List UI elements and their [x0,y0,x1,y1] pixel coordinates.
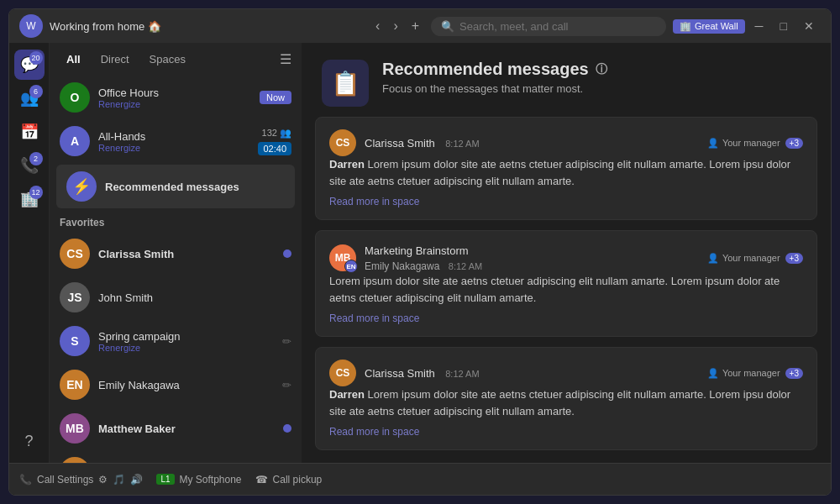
members-badge: 132 👥 [262,128,291,139]
avatar: CS [329,360,356,386]
chat-sub: Renergize [98,143,249,153]
rec-subtitle: Focus on the messages that matter most. [382,82,607,95]
add-tab-button[interactable]: + [407,17,424,35]
chat-name: Clarissa Smith [98,248,275,260]
sidebar-item-calendar[interactable]: 📅 [14,117,45,147]
avatar: CS [60,239,90,269]
message-bold: Darren [329,158,365,171]
workspace-icon: 🏢 [680,21,691,32]
sidebar-item-teams[interactable]: 👥 6 [14,83,45,113]
channel-name: Marketing Brainstorm [365,244,469,257]
read-more-link[interactable]: Read more in space [329,312,803,324]
chat-info: Clarissa Smith [98,248,275,260]
list-item[interactable]: MB Matthew Baker [50,407,302,450]
sub-avatar: EN [344,260,358,273]
plus-badge: +3 [785,368,803,379]
messages-list: CS Clarissa Smith 8:12 AM 👤 Your manager… [302,117,831,463]
icon-sidebar: 💬 20 👥 6 📅 📞 2 🏢 12 ? [9,43,50,463]
avatar: KS [60,457,90,463]
minimize-button[interactable]: ─ [748,18,770,34]
main-content: 💬 20 👥 6 📅 📞 2 🏢 12 ? [9,43,831,463]
message-card: CS Clarissa Smith 8:12 AM 👤 Your manager… [315,117,817,220]
chat-sidebar-header: All Direct Spaces ☰ [50,43,302,76]
list-item[interactable]: KS Kristin Stone 🔔 [50,450,302,463]
favorites-label: Favorites [50,210,302,232]
search-input[interactable] [459,20,656,33]
calendar-icon: 📅 [20,123,39,141]
manager-icon: 👤 [707,253,719,264]
help-icon: ? [24,433,33,450]
list-item[interactable]: JS John Smith [50,276,302,319]
message-bold: Darren [329,388,365,401]
chat-info: Emily Nakagawa [98,379,274,391]
workspace-badge: 🏢 Great Wall [673,19,745,34]
sidebar-item-help[interactable]: ? [14,426,45,456]
list-item[interactable]: O Office Hours Renergize Now [50,76,302,119]
manager-tag: 👤 Your manager [707,138,780,149]
manager-icon: 👤 [707,368,719,379]
message-body: Darren Lorem ipsum dolor site ate aetns … [329,386,803,419]
avatar: CS [329,129,356,156]
list-item[interactable]: EN Emily Nakagawa ✏ [50,363,302,407]
now-badge: Now [260,91,291,104]
search-icon: 🔍 [441,20,454,33]
phone-icon: 📞 [19,474,32,486]
manager-tag: 👤 Your manager [707,368,780,379]
unread-dot [283,249,291,258]
manager-icon: 👤 [707,138,719,149]
chat-sub: Renergize [98,343,274,353]
plus-badge: +3 [785,138,803,149]
list-item-recommended[interactable]: ⚡ Recommended messages [56,165,295,208]
message-tags: 👤 Your manager +3 [707,253,803,264]
forward-button[interactable]: › [388,17,402,35]
maximize-button[interactable]: □ [774,18,794,34]
avatar: JS [60,282,90,312]
rec-title: Recommended messages ⓘ [382,60,607,79]
call-settings-item[interactable]: 📞 Call Settings ⚙ 🎵 🔊 [19,474,143,486]
chat-name: All-Hands [98,130,249,143]
main-panel: 📋 Recommended messages ⓘ Focus on the me… [302,43,831,463]
tab-all[interactable]: All [60,50,87,69]
info-icon[interactable]: ⓘ [596,62,607,77]
avatar: EN [60,370,90,400]
chat-info: John Smith [98,291,291,304]
chat-meta: Now [260,91,291,104]
list-item[interactable]: CS Clarissa Smith [50,232,302,276]
window-controls: 🏢 Great Wall ─ □ ✕ [673,18,821,34]
activity-badge: 12 [29,186,43,199]
tab-direct[interactable]: Direct [94,50,136,69]
sender-sub: Emily Nakagawa 8:12 AM [365,258,707,273]
bottom-bar: 📞 Call Settings ⚙ 🎵 🔊 L1 My Softphone ☎ … [9,463,831,495]
window-title: Working from home 🏠 [50,20,364,33]
sidebar-item-calls[interactable]: 📞 2 [14,150,45,181]
sender-info: Clarissa Smith 8:12 AM [365,365,707,381]
plus-badge: +3 [785,253,803,264]
softphone-badge: L1 [156,474,174,485]
message-card: MB EN Marketing Brainstorm Emily Nakagaw… [315,230,817,337]
chat-name: John Smith [98,291,291,304]
filter-button[interactable]: ☰ [280,51,291,67]
read-more-link[interactable]: Read more in space [329,426,803,438]
back-button[interactable]: ‹ [370,17,385,35]
sidebar-item-activity[interactable]: 🏢 12 [14,184,45,214]
message-body: Lorem ipsum dolor site ate aetns ctetuer… [329,273,803,306]
read-more-link[interactable]: Read more in space [329,196,803,207]
chat-name: Recommended messages [105,181,285,193]
avatar: W [19,14,43,38]
sidebar-item-chat[interactable]: 💬 20 [14,50,45,80]
chat-sub: Renergize [98,99,251,109]
tab-spaces[interactable]: Spaces [143,50,192,69]
edit-icon: ✏ [282,379,291,391]
call-pickup-item[interactable]: ☎ Call pickup [255,474,323,486]
close-button[interactable]: ✕ [797,18,821,34]
softphone-item[interactable]: L1 My Softphone [156,474,241,486]
message-time: 8:12 AM [445,139,479,149]
avatar: O [60,82,90,113]
list-item[interactable]: S Spring campaign Renergize ✏ [50,319,302,363]
list-item[interactable]: A All-Hands Renergize 132 👥 02:40 [50,119,302,163]
message-tags: 👤 Your manager +3 [707,368,803,379]
nav-buttons: ‹ › + [370,17,424,35]
chat-meta [283,424,291,433]
recommended-header: 📋 Recommended messages ⓘ Focus on the me… [302,43,831,117]
chat-info: All-Hands Renergize [98,130,249,153]
